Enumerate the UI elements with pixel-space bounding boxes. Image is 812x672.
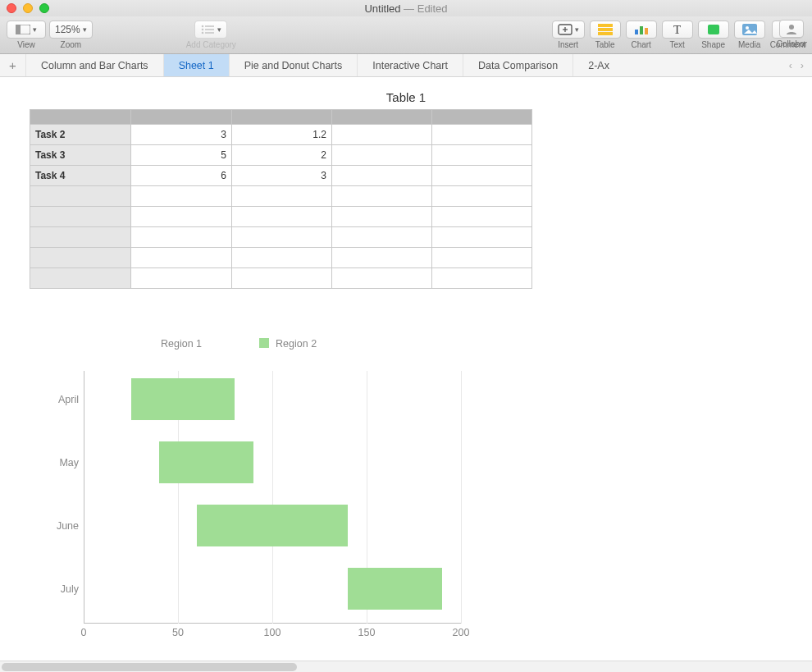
chart-legend[interactable]: Region 1 Region 2 (161, 338, 782, 350)
col-header[interactable] (131, 110, 232, 125)
cell[interactable]: 5 (131, 145, 232, 166)
text-label: Text (669, 40, 684, 49)
chevron-right-icon[interactable]: › (801, 60, 804, 71)
legend-region-2[interactable]: Region 2 (259, 338, 317, 350)
cell[interactable] (232, 268, 332, 289)
table-row[interactable]: Task 4 6 3 (30, 166, 532, 186)
cell[interactable] (131, 207, 232, 227)
table-row[interactable]: Task 2 3 1.2 (30, 125, 532, 145)
text-group: T Text (662, 21, 693, 49)
table-header-row[interactable] (30, 110, 532, 125)
tab-label: Interactive Chart (372, 60, 448, 71)
cell[interactable] (432, 186, 532, 207)
cell[interactable] (432, 268, 532, 289)
corner-cell[interactable] (30, 110, 131, 125)
chevron-left-icon[interactable]: ‹ (789, 60, 792, 71)
cell[interactable] (232, 207, 332, 227)
table-title[interactable]: Table 1 (30, 90, 782, 104)
cell[interactable]: 6 (131, 166, 232, 186)
cell[interactable] (332, 125, 432, 145)
cell[interactable] (432, 227, 532, 248)
row-header[interactable] (30, 227, 131, 248)
cell[interactable] (131, 248, 232, 268)
document-edited: — Edited (404, 2, 447, 15)
cell[interactable]: 1.2 (232, 125, 332, 145)
cell[interactable] (432, 248, 532, 268)
row-header[interactable] (30, 186, 131, 207)
tab-column-bar[interactable]: Column and Bar Charts (26, 54, 164, 76)
cell[interactable] (432, 166, 532, 186)
tick-label: 50 (172, 627, 184, 638)
add-category-button[interactable]: ▾ (194, 21, 227, 39)
col-header[interactable] (432, 110, 532, 125)
collaborate-button[interactable] (779, 20, 804, 38)
legend-label: Region 2 (276, 338, 317, 350)
cell[interactable] (232, 186, 332, 207)
horizontal-scrollbar[interactable] (0, 661, 812, 672)
media-button[interactable] (734, 21, 765, 39)
zoom-button[interactable]: 125% ▾ (49, 21, 93, 39)
cell[interactable] (131, 227, 232, 248)
cell[interactable] (232, 227, 332, 248)
table-row[interactable] (30, 248, 532, 268)
table-row[interactable]: Task 3 5 2 (30, 145, 532, 166)
tab-data-comparison[interactable]: Data Comparison (463, 54, 573, 76)
tab-interactive[interactable]: Interactive Chart (358, 54, 463, 76)
chart[interactable]: Region 1 Region 2 050100150200 AprilMayJ… (23, 338, 782, 642)
cell[interactable] (232, 248, 332, 268)
bar-region-2[interactable] (131, 378, 235, 420)
row-header[interactable]: Task 2 (30, 125, 131, 145)
svg-point-2 (202, 25, 204, 28)
cell[interactable] (432, 125, 532, 145)
cell[interactable]: 3 (232, 166, 332, 186)
table-row[interactable] (30, 268, 532, 289)
svg-rect-7 (205, 32, 214, 34)
col-header[interactable] (332, 110, 432, 125)
scrollbar-thumb[interactable] (2, 663, 297, 671)
row-header[interactable] (30, 207, 131, 227)
cell[interactable] (332, 186, 432, 207)
zoom-group: 125% ▾ Zoom (49, 21, 93, 49)
canvas[interactable]: Table 1 Task 2 3 1.2 Task 3 5 2 Task 4 (0, 77, 812, 672)
cell[interactable] (332, 166, 432, 186)
table-row[interactable] (30, 207, 532, 227)
spreadsheet-table[interactable]: Task 2 3 1.2 Task 3 5 2 Task 4 6 3 (30, 109, 532, 289)
legend-region-1[interactable]: Region 1 (161, 338, 202, 350)
cell[interactable]: 3 (131, 125, 232, 145)
cell[interactable] (332, 248, 432, 268)
row-header[interactable]: Task 4 (30, 166, 131, 186)
chart-row: June (43, 502, 461, 549)
tab-sheet-1[interactable]: Sheet 1 (164, 54, 230, 76)
row-header[interactable] (30, 268, 131, 289)
col-header[interactable] (232, 110, 332, 125)
cell[interactable] (332, 227, 432, 248)
tab-2-axis[interactable]: 2-Ax (573, 54, 624, 76)
cell[interactable] (432, 207, 532, 227)
cell[interactable] (332, 145, 432, 166)
table-button[interactable] (590, 21, 621, 39)
cell[interactable]: 2 (232, 145, 332, 166)
tab-scroll: ‹ › (781, 54, 812, 76)
bar-region-2[interactable] (159, 441, 253, 483)
svg-point-4 (202, 29, 204, 31)
table-row[interactable] (30, 186, 532, 207)
row-header[interactable] (30, 248, 131, 268)
insert-button[interactable]: ▾ (552, 21, 585, 39)
bar-region-2[interactable] (348, 568, 442, 610)
bar-region-2[interactable] (197, 505, 348, 546)
row-header[interactable]: Task 3 (30, 145, 131, 166)
cell[interactable] (131, 186, 232, 207)
table-row[interactable] (30, 227, 532, 248)
text-button[interactable]: T (662, 21, 693, 39)
cell[interactable] (131, 268, 232, 289)
chart-plot[interactable]: 050100150200 AprilMayJuneJuly (43, 371, 469, 642)
cell[interactable] (432, 145, 532, 166)
add-sheet-button[interactable]: + (0, 54, 26, 76)
cell[interactable] (332, 268, 432, 289)
chart-button[interactable] (626, 21, 657, 39)
view-button[interactable]: ▾ (7, 21, 46, 39)
shape-button[interactable] (698, 21, 729, 39)
tab-pie-donut[interactable]: Pie and Donut Charts (230, 54, 358, 76)
cell[interactable] (332, 207, 432, 227)
view-label: View (17, 40, 35, 49)
